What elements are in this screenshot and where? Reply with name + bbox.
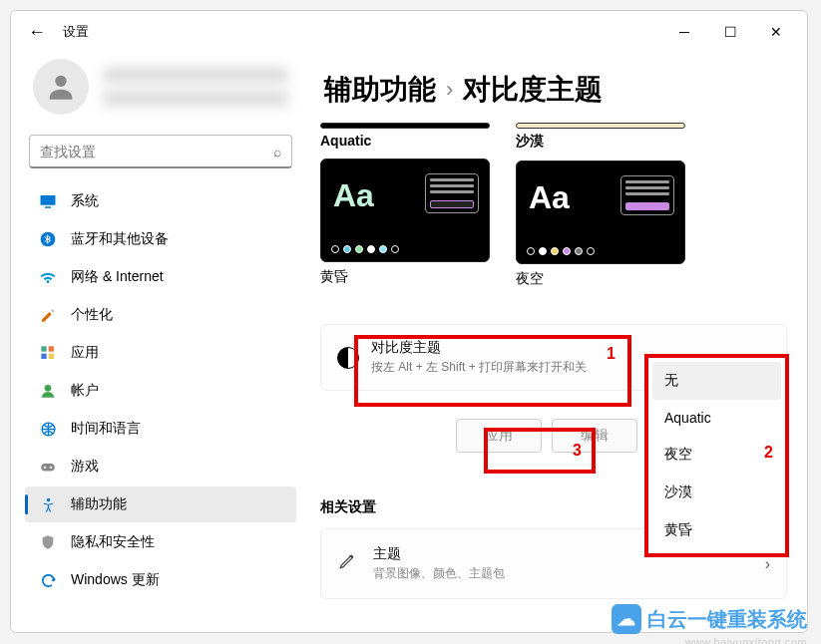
nav-label: 个性化	[71, 306, 113, 324]
svg-rect-10	[41, 464, 55, 472]
svg-point-12	[50, 467, 52, 469]
svg-rect-1	[41, 195, 56, 205]
nav-list: 系统 蓝牙和其他设备 网络 & Internet	[21, 182, 300, 599]
watermark-text: 白云一键重装系统	[647, 606, 807, 633]
svg-rect-6	[41, 354, 46, 359]
user-section[interactable]	[21, 53, 300, 129]
nav-gaming[interactable]: 游戏	[25, 449, 296, 484]
apps-icon	[39, 344, 57, 362]
theme-aa-text: Aa	[333, 177, 374, 214]
back-button[interactable]: ←	[19, 14, 55, 50]
nav-label: 系统	[71, 192, 99, 210]
breadcrumb-current: 对比度主题	[463, 71, 603, 109]
edit-button[interactable]: 编辑	[552, 419, 637, 453]
close-button[interactable]: ✕	[753, 16, 799, 48]
svg-rect-2	[45, 206, 51, 208]
user-info-blurred	[103, 67, 288, 107]
nav-label: 蓝牙和其他设备	[71, 230, 169, 248]
nav-accounts[interactable]: 帐户	[25, 373, 296, 409]
link-desc: 背景图像、颜色、主题包	[373, 565, 749, 582]
chevron-right-icon: ›	[446, 77, 453, 103]
monitor-icon	[39, 192, 57, 210]
nav-update[interactable]: Windows 更新	[25, 562, 296, 598]
shield-icon	[39, 533, 57, 551]
update-icon	[39, 571, 57, 589]
watermark: ☁ 白云一键重装系统	[612, 604, 807, 634]
pen-icon	[337, 551, 357, 576]
nav-privacy[interactable]: 隐私和安全性	[25, 524, 296, 560]
theme-colors	[331, 245, 399, 253]
gamepad-icon	[39, 458, 57, 476]
settings-window: ← 设置 ─ ☐ ✕ ⌕	[10, 10, 808, 633]
content-area: ⌕ 系统 蓝牙和其他设备	[11, 53, 807, 632]
setting-text: 对比度主题 按左 Alt + 左 Shift + 打印屏幕来打开和关	[371, 339, 770, 376]
nav-label: 隐私和安全性	[71, 533, 155, 551]
breadcrumb: 辅助功能 › 对比度主题	[320, 53, 787, 123]
svg-rect-7	[49, 354, 54, 359]
bluetooth-icon	[39, 230, 57, 248]
nav-label: Windows 更新	[71, 571, 160, 589]
theme-preview-desert	[516, 123, 685, 129]
user-icon	[44, 70, 78, 104]
setting-title: 对比度主题	[371, 339, 770, 357]
theme-preview-aquatic	[320, 123, 490, 129]
theme-mini-window	[425, 173, 479, 213]
apply-button[interactable]: 应用	[456, 419, 542, 453]
svg-point-11	[44, 467, 46, 469]
chevron-right-icon: ›	[765, 555, 770, 573]
nav-accessibility[interactable]: 辅助功能	[25, 486, 296, 522]
titlebar: ← 设置 ─ ☐ ✕	[11, 11, 807, 53]
nav-network[interactable]: 网络 & Internet	[25, 259, 296, 295]
search-icon: ⌕	[273, 144, 281, 160]
themes-row-top: Aquatic Aa 黄昏 沙漠	[320, 123, 787, 288]
nav-label: 时间和语言	[71, 420, 141, 438]
breadcrumb-parent[interactable]: 辅助功能	[324, 71, 436, 109]
theme-aquatic[interactable]: Aquatic Aa 黄昏	[320, 123, 490, 288]
main-content: 辅助功能 › 对比度主题 Aquatic Aa	[310, 53, 807, 632]
watermark-url: www.baiyunxitong.com	[685, 636, 807, 644]
globe-icon	[39, 420, 57, 438]
svg-rect-4	[41, 346, 46, 351]
link-text: 主题 背景图像、颜色、主题包	[373, 545, 749, 582]
sidebar: ⌕ 系统 蓝牙和其他设备	[11, 53, 310, 632]
avatar	[33, 59, 89, 115]
theme-aa-text: Aa	[529, 179, 570, 216]
contrast-theme-setting[interactable]: 对比度主题 按左 Alt + 左 Shift + 打印屏幕来打开和关	[320, 324, 787, 391]
nav-label: 帐户	[71, 382, 99, 400]
action-buttons: 应用 编辑	[320, 419, 787, 453]
theme-label-night: 夜空	[516, 270, 685, 288]
theme-label-dusk: 黄昏	[320, 268, 490, 286]
nav-personalize[interactable]: 个性化	[25, 297, 296, 333]
related-settings-header: 相关设置	[320, 498, 787, 516]
window-title: 设置	[63, 23, 89, 41]
svg-point-13	[46, 497, 50, 501]
accessibility-icon	[39, 495, 57, 513]
svg-point-0	[55, 76, 66, 87]
search-input[interactable]	[40, 144, 273, 160]
nav-time[interactable]: 时间和语言	[25, 411, 296, 447]
setting-desc: 按左 Alt + 左 Shift + 打印屏幕来打开和关	[371, 359, 770, 376]
person-icon	[39, 382, 57, 400]
theme-preview-dusk[interactable]: Aa	[320, 159, 490, 262]
themes-link[interactable]: 主题 背景图像、颜色、主题包 ›	[320, 528, 787, 599]
maximize-button[interactable]: ☐	[707, 16, 753, 48]
theme-label: 沙漠	[516, 133, 685, 151]
brush-icon	[39, 306, 57, 324]
nav-system[interactable]: 系统	[25, 183, 296, 219]
nav-bluetooth[interactable]: 蓝牙和其他设备	[25, 221, 296, 257]
back-arrow-icon: ←	[28, 22, 46, 43]
theme-preview-night[interactable]: Aa	[516, 161, 685, 264]
wifi-icon	[39, 268, 57, 286]
theme-desert[interactable]: 沙漠 Aa 夜空	[516, 123, 685, 288]
window-controls: ─ ☐ ✕	[661, 16, 799, 48]
nav-label: 辅助功能	[71, 495, 127, 513]
minimize-button[interactable]: ─	[661, 16, 707, 48]
nav-label: 应用	[71, 344, 99, 362]
theme-label: Aquatic	[320, 133, 490, 149]
nav-apps[interactable]: 应用	[25, 335, 296, 371]
contrast-icon	[337, 347, 359, 369]
nav-label: 网络 & Internet	[71, 268, 164, 286]
watermark-icon: ☁	[612, 604, 641, 634]
theme-colors	[527, 247, 595, 255]
search-box[interactable]: ⌕	[29, 135, 292, 168]
